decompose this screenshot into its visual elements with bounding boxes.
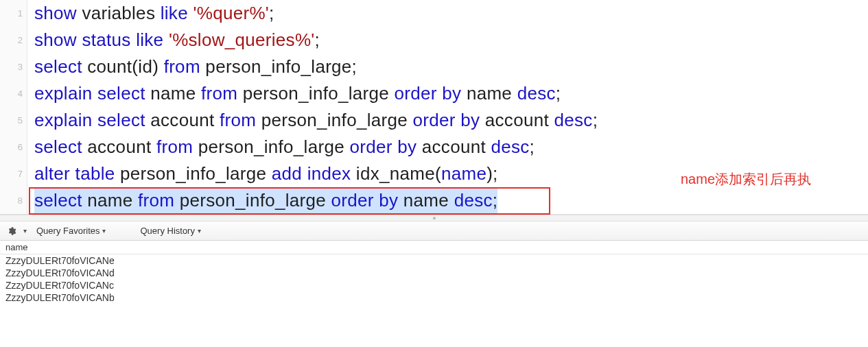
line-number: 4 — [0, 80, 27, 107]
code-content[interactable]: explain select name from person_info_lar… — [27, 80, 561, 107]
query-history-button[interactable]: Query History ▾ — [136, 224, 204, 237]
code-line[interactable]: 3select count(id) from person_info_large… — [0, 53, 868, 80]
line-number: 3 — [0, 53, 27, 80]
code-line[interactable]: 2show status like '%slow_queries%'; — [0, 27, 868, 53]
code-content[interactable]: alter table person_info_large add index … — [27, 160, 498, 187]
code-line[interactable]: 6select account from person_info_large o… — [0, 134, 868, 160]
line-number: 7 — [0, 160, 27, 187]
code-line[interactable]: 4explain select name from person_info_la… — [0, 80, 868, 107]
results-grid[interactable]: ZzzyDULERt70foVICANeZzzyDULERt70foVICANd… — [0, 254, 868, 304]
results-column-header[interactable]: name — [0, 241, 868, 254]
annotation-text: name添加索引后再执 — [681, 170, 811, 189]
line-number: 1 — [0, 0, 27, 27]
sql-editor[interactable]: 1show variables like '%quer%';2show stat… — [0, 0, 868, 215]
pane-resize-handle[interactable]: ● — [0, 215, 868, 222]
line-number: 2 — [0, 27, 27, 53]
query-favorites-button[interactable]: Query Favorites ▾ — [32, 224, 110, 237]
code-line[interactable]: 8select name from person_info_large orde… — [0, 187, 868, 214]
grip-icon: ● — [432, 215, 435, 222]
result-row[interactable]: ZzzyDULERt70foVICANe — [0, 254, 868, 267]
code-content[interactable]: explain select account from person_info_… — [27, 107, 598, 134]
chevron-down-icon: ▾ — [198, 227, 201, 235]
code-content[interactable]: select name from person_info_large order… — [27, 187, 497, 214]
line-number: 8 — [0, 187, 27, 214]
selection-highlight: select name from person_info_large order… — [34, 187, 497, 214]
code-content[interactable]: select count(id) from person_info_large; — [27, 53, 357, 80]
query-history-label: Query History — [140, 226, 194, 236]
result-row[interactable]: ZzzyDULERt70foVICANb — [0, 291, 868, 304]
chevron-down-icon[interactable]: ▾ — [23, 227, 27, 235]
gear-icon[interactable] — [5, 225, 18, 237]
line-number: 6 — [0, 134, 27, 160]
query-favorites-label: Query Favorites — [36, 226, 99, 236]
results-toolbar: ▾ Query Favorites ▾ Query History ▾ — [0, 222, 868, 241]
code-line[interactable]: 5explain select account from person_info… — [0, 107, 868, 134]
code-line[interactable]: 1show variables like '%quer%'; — [0, 0, 868, 27]
code-content[interactable]: show status like '%slow_queries%'; — [27, 27, 320, 53]
result-row[interactable]: ZzzyDULERt70foVICANc — [0, 279, 868, 291]
chevron-down-icon: ▾ — [102, 227, 106, 235]
code-content[interactable]: show variables like '%quer%'; — [27, 0, 274, 27]
line-number: 5 — [0, 107, 27, 134]
code-content[interactable]: select account from person_info_large or… — [27, 134, 535, 160]
result-row[interactable]: ZzzyDULERt70foVICANd — [0, 267, 868, 279]
